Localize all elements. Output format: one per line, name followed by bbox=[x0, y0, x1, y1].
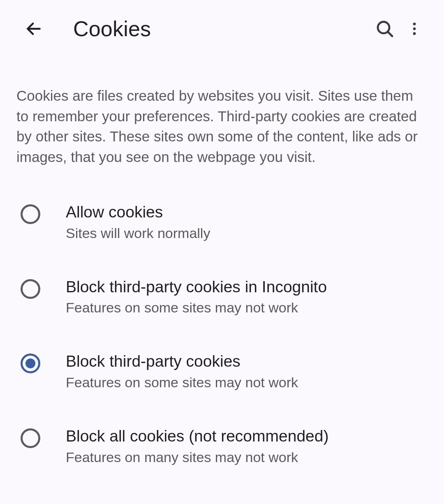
option-title: Block all cookies (not recommended) bbox=[66, 427, 328, 446]
option-text: Allow cookies Sites will work normally bbox=[66, 203, 210, 241]
option-subtitle: Features on some sites may not work bbox=[66, 375, 298, 391]
option-block-3p[interactable]: Block third-party cookies Features on so… bbox=[0, 341, 444, 401]
cookies-description: Cookies are files created by websites yo… bbox=[0, 57, 444, 192]
add-site-exception[interactable]: ADD SITE EXCEPTION bbox=[0, 485, 444, 504]
option-block-all[interactable]: Block all cookies (not recommended) Feat… bbox=[0, 416, 444, 476]
option-subtitle: Sites will work normally bbox=[66, 225, 210, 241]
svg-point-3 bbox=[413, 23, 416, 25]
option-text: Block third-party cookies Features on so… bbox=[66, 352, 298, 391]
search-button[interactable] bbox=[370, 14, 400, 44]
more-vert-icon bbox=[406, 21, 423, 37]
option-title: Block third-party cookies in Incognito bbox=[66, 277, 327, 297]
radio-icon bbox=[21, 354, 40, 373]
option-block-3p-incognito[interactable]: Block third-party cookies in Incognito F… bbox=[0, 267, 444, 327]
option-title: Allow cookies bbox=[66, 203, 210, 222]
radio-icon bbox=[21, 428, 40, 448]
option-subtitle: Features on many sites may not work bbox=[66, 449, 328, 465]
svg-point-5 bbox=[413, 32, 416, 35]
svg-point-4 bbox=[413, 28, 416, 30]
search-icon bbox=[375, 19, 395, 39]
page-title: Cookies bbox=[73, 16, 370, 41]
option-text: Block third-party cookies in Incognito F… bbox=[66, 277, 327, 316]
radio-icon bbox=[21, 279, 40, 299]
option-text: Block all cookies (not recommended) Feat… bbox=[66, 427, 328, 465]
arrow-left-icon bbox=[25, 20, 43, 38]
back-button[interactable] bbox=[19, 14, 49, 44]
option-title: Block third-party cookies bbox=[66, 352, 298, 371]
more-button[interactable] bbox=[400, 14, 429, 44]
option-allow-cookies[interactable]: Allow cookies Sites will work normally bbox=[0, 192, 444, 252]
option-subtitle: Features on some sites may not work bbox=[66, 300, 327, 316]
header: Cookies bbox=[0, 0, 444, 57]
svg-line-2 bbox=[388, 32, 392, 36]
cookie-options: Allow cookies Sites will work normally B… bbox=[0, 192, 444, 476]
radio-icon bbox=[21, 204, 40, 224]
